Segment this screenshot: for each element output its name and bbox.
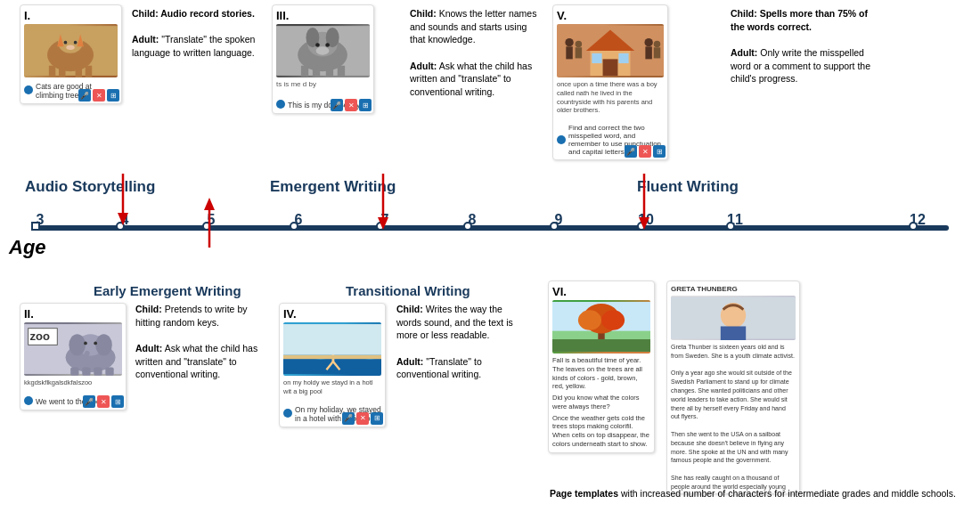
svg-rect-27 [603, 59, 618, 76]
svg-rect-10 [76, 66, 82, 77]
card-IV-text: on my holdy we stayd in a hotl wit a big… [283, 378, 381, 396]
card-I-icons: 🎤 ✕ ⊞ [78, 89, 119, 102]
card-III-icons: 🎤 ✕ ⊞ [331, 99, 372, 111]
elephant-illustration: zoo [24, 322, 122, 376]
dot-6 [290, 222, 298, 231]
grid-icon-III: ⊞ [359, 99, 372, 111]
main-container: I. 🎤 ✕ ⊞ Cats [0, 0, 980, 512]
svg-rect-74 [552, 339, 650, 352]
dog-illustration [276, 24, 370, 77]
fox-illustration [24, 24, 118, 77]
card-II-text: kkgdskflkgalsdkfalszoo [24, 378, 122, 386]
arrow-age5 [200, 196, 218, 249]
svg-point-53 [84, 342, 87, 345]
svg-rect-28 [592, 53, 601, 63]
page-templates-rest: with increased number of characters for … [618, 488, 956, 499]
svg-point-5 [64, 41, 68, 45]
close-icon-V: ✕ [639, 145, 651, 158]
card-I-image [24, 24, 118, 77]
instruction-fluent: Child: Spells more than 75% of the words… [731, 7, 878, 85]
card-VI-image [552, 300, 650, 354]
roman-III: III. [276, 9, 370, 22]
svg-rect-29 [618, 53, 628, 63]
mic-icon-IV: 🎤 [342, 412, 355, 425]
greta-illustration [671, 296, 796, 340]
roman-I: I. [24, 9, 118, 22]
mic-icon-III: 🎤 [331, 99, 343, 111]
instruction-II: Child: Pretends to write by hitting rand… [135, 303, 265, 381]
grid-icon: ⊞ [107, 89, 119, 102]
dot-3 [31, 222, 40, 231]
mic-dot [24, 85, 33, 94]
svg-marker-43 [378, 217, 388, 230]
page-templates-text: Page templates with increased number of … [550, 487, 971, 501]
svg-point-7 [66, 45, 74, 50]
age-text-label: Age [9, 236, 46, 259]
svg-rect-57 [94, 368, 102, 376]
page-templates-bold: Page templates [550, 488, 618, 499]
instruction-I: Child: Audio record stories. Adult: "Tra… [132, 7, 261, 60]
card-VI-text: Fall is a beautiful time of year. The le… [552, 356, 650, 391]
mic-dot-II [24, 396, 33, 405]
card-VI-text3: Once the weather gets cold the trees sto… [552, 414, 650, 449]
dot-9 [550, 222, 559, 231]
roman-V: V. [557, 9, 664, 22]
svg-rect-67 [283, 324, 381, 354]
greta-text: Greta Thunber is sixteen years old and i… [671, 343, 796, 494]
svg-rect-31 [566, 46, 573, 59]
instruction-IV: Child: Writes the way the words sound, a… [396, 303, 528, 381]
mic-icon-II: 🎤 [83, 395, 95, 408]
svg-point-72 [578, 310, 601, 329]
card-IV-image [283, 322, 381, 376]
instruction-V: Child: Knows the letter names and sounds… [410, 7, 543, 99]
greta-title: GRETA THUNBERG [671, 285, 796, 293]
close-icon: ✕ [93, 89, 105, 102]
svg-rect-56 [82, 368, 90, 376]
svg-point-6 [74, 41, 78, 45]
card-V-image [557, 24, 664, 77]
card-III-image [276, 24, 370, 77]
svg-text:zoo: zoo [30, 329, 50, 343]
svg-point-73 [601, 310, 625, 329]
card-II: II. zoo [20, 303, 127, 410]
grid-icon-V: ⊞ [653, 145, 666, 158]
svg-marker-39 [118, 213, 128, 225]
svg-point-51 [69, 334, 86, 355]
svg-rect-23 [338, 66, 345, 77]
phase-audio-storytelling: Audio Storytelling [25, 178, 155, 196]
card-II-image: zoo [24, 322, 122, 376]
pool-illustration [283, 322, 381, 376]
svg-point-52 [95, 334, 112, 355]
timeline-bar [31, 225, 949, 231]
roman-VI: VI. [552, 285, 650, 298]
mic-dot-V [557, 135, 566, 144]
roman-IV: IV. [283, 307, 381, 321]
svg-point-18 [325, 43, 330, 47]
tree-illustration [552, 300, 650, 354]
card-V: V. 🎤 ✕ ⊞ [552, 4, 668, 160]
svg-rect-20 [301, 66, 308, 77]
arrow-age7 [374, 174, 392, 232]
phase-transitional: Transitional Writing [346, 283, 470, 298]
svg-point-36 [654, 41, 661, 48]
card-II-icons: 🎤 ✕ ⊞ [83, 395, 124, 408]
card-I: I. 🎤 ✕ ⊞ Cats [20, 4, 122, 104]
card-IV-icons: 🎤 ✕ ⊞ [342, 412, 383, 425]
close-icon-II: ✕ [97, 395, 110, 408]
svg-point-54 [94, 342, 97, 345]
house-illustration [557, 24, 664, 77]
svg-marker-45 [639, 217, 649, 230]
age-12: 12 [900, 212, 935, 228]
svg-rect-35 [645, 46, 652, 59]
card-greta: GRETA THUNBERG Greta Thunber is sixteen … [666, 280, 800, 494]
dot-11 [726, 222, 735, 231]
close-icon-III: ✕ [345, 99, 357, 111]
dot-12 [909, 222, 918, 231]
svg-point-34 [644, 38, 652, 46]
svg-rect-8 [49, 66, 55, 77]
svg-rect-37 [654, 47, 661, 58]
svg-rect-9 [59, 66, 65, 77]
svg-point-30 [565, 38, 573, 46]
svg-point-19 [316, 46, 330, 54]
svg-rect-77 [721, 326, 746, 340]
